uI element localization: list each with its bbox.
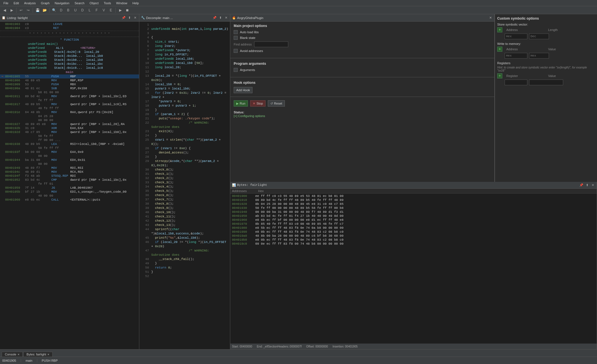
toolbar-forward[interactable]: ▶ bbox=[8, 7, 15, 13]
avoid-checkbox[interactable] bbox=[234, 49, 238, 53]
toolbar-u[interactable]: U bbox=[72, 7, 79, 13]
bytes: f3 48 ab bbox=[25, 174, 51, 178]
find-address-row: Find address bbox=[234, 41, 491, 47]
code-line: 41 check_11(); bbox=[141, 215, 228, 219]
toolbar-open[interactable]: 📂 bbox=[41, 7, 48, 13]
bytes-hex: ab 83 bd 4c fe ff 01 f4 27 1b 40 40 00 4… bbox=[255, 214, 595, 218]
status-value: [+] Configuring options bbox=[234, 114, 265, 118]
arguments-row: Arguments bbox=[234, 68, 491, 72]
toolbar-e[interactable]: E bbox=[107, 7, 114, 13]
bytes-close[interactable]: ✕ bbox=[590, 183, 595, 187]
register-value-input[interactable] bbox=[529, 80, 563, 85]
write-value-input[interactable] bbox=[529, 53, 549, 59]
operand: RSI=>local_1b0,[RBP + -0x1a8] bbox=[68, 142, 125, 146]
toolbar-search[interactable]: 🔍 bbox=[51, 7, 57, 13]
menu-help[interactable]: Help bbox=[130, 1, 141, 5]
registers-hint: Hint: to create and store symbolic vecto… bbox=[497, 66, 595, 72]
divider-1 bbox=[230, 58, 494, 58]
bytes: 48 89 e5 bbox=[25, 79, 51, 82]
write-memory-section: Write to memory: + Address Value bbox=[497, 42, 595, 59]
listing-scroll[interactable]: 00401903 c9 LEAVE 00401904 c3 RET bbox=[0, 22, 139, 349]
decompile-close[interactable]: ✕ bbox=[224, 16, 228, 20]
listing-close[interactable]: ✕ bbox=[133, 16, 137, 20]
menu-graph[interactable]: Graph bbox=[39, 1, 52, 5]
find-address-input[interactable] bbox=[254, 41, 288, 47]
toolbar-b[interactable]: B bbox=[65, 7, 72, 13]
menu-analysis[interactable]: Analysis bbox=[22, 1, 38, 5]
toolbar-undo[interactable]: ↩ bbox=[18, 7, 24, 13]
symbolic-address-input[interactable] bbox=[505, 34, 527, 39]
decompile-pin[interactable]: 📌 bbox=[212, 16, 217, 20]
bytes-tab[interactable]: Bytes: fairlight ✕ bbox=[23, 352, 53, 357]
code-text: } bbox=[151, 261, 157, 266]
decompile-export[interactable]: ⬆ bbox=[218, 16, 223, 20]
code-line: 1 bbox=[141, 23, 228, 27]
console-tab-close[interactable]: ✕ bbox=[17, 353, 20, 356]
run-button[interactable]: ▶ Run bbox=[234, 100, 248, 107]
toolbar-run[interactable]: ▶ bbox=[117, 7, 124, 13]
code-text: strncpy(&code,*(char **)(param_2 + 8),0x… bbox=[151, 159, 228, 168]
blank-state-checkbox[interactable] bbox=[234, 36, 238, 40]
angry-close[interactable]: ✕ bbox=[488, 16, 493, 20]
status-func: main bbox=[26, 359, 37, 362]
code-line: 47 /* WARNING: Subroutine does bbox=[141, 249, 228, 257]
listing-export[interactable]: ⬆ bbox=[127, 16, 132, 20]
menu-navigation[interactable]: Navigation bbox=[52, 1, 72, 5]
register-name-input[interactable] bbox=[505, 80, 527, 85]
toolbar-f[interactable]: F bbox=[93, 7, 100, 13]
table-row: 004019208b 04 25 28 00 00 00 48 89 45 e8… bbox=[232, 202, 595, 206]
bytes-export[interactable]: ⬆ bbox=[585, 183, 589, 187]
table-row: 04 25 28 bbox=[0, 114, 139, 118]
code-line: 52 bbox=[141, 274, 228, 278]
var-row: undefined AL:1 <RETURN> bbox=[5, 46, 96, 50]
store-symbolic-add-btn[interactable]: + bbox=[497, 27, 502, 32]
code-line: 15 puVar3 = local_1b0; bbox=[141, 87, 228, 91]
bytes-pin[interactable]: 📌 bbox=[579, 183, 584, 187]
menu-search[interactable]: Search bbox=[72, 1, 87, 5]
bytes-tab-close[interactable]: ✕ bbox=[47, 353, 49, 356]
registers-section: Registers Hint: to create and store symb… bbox=[497, 61, 595, 85]
menu-window[interactable]: Window bbox=[114, 1, 130, 5]
symbolic-length-dec-input[interactable] bbox=[529, 34, 549, 39]
name: local_1b8 bbox=[86, 58, 103, 62]
toolbar-back[interactable]: ◀ bbox=[1, 7, 8, 13]
stop-button[interactable]: ✕ Stop bbox=[250, 100, 266, 107]
add-hook-button[interactable]: Add Hook bbox=[234, 87, 252, 93]
decompile-scroll[interactable]: 1 2undefined8 main(int param_1,long para… bbox=[139, 22, 230, 349]
bytes-hex: 00 00 00 ba 31 00 00 00 48 89 f7 48 89 d… bbox=[255, 210, 595, 214]
menu-tools[interactable]: Tools bbox=[101, 1, 113, 5]
hex-col-header: Hex bbox=[258, 189, 264, 193]
write-address-input[interactable] bbox=[505, 53, 527, 59]
console-tab[interactable]: Console ✕ bbox=[2, 352, 23, 357]
bytes-scroll[interactable]: 00401900ee ff ff c9 c3 55 48 89 e5 53 48… bbox=[230, 194, 597, 344]
code-line: 49 } bbox=[141, 261, 228, 266]
code-line: 40 check_10(); bbox=[141, 210, 228, 215]
toolbar-disasm[interactable]: D bbox=[58, 7, 65, 13]
bytes-hex: 50 fe ff 00 00 00 00 48 89 b5 58 fe ff f… bbox=[255, 206, 595, 210]
menu-edit[interactable]: Edit bbox=[11, 1, 21, 5]
toolbar-l[interactable]: L bbox=[86, 7, 93, 13]
bytes: ba 31 00 bbox=[25, 158, 51, 162]
toolbar-d2[interactable]: D bbox=[79, 7, 86, 13]
menu-file[interactable]: File bbox=[1, 1, 11, 5]
mnemonic: MOV bbox=[51, 170, 68, 174]
menu-object[interactable]: Object bbox=[87, 1, 101, 5]
code-line: 25 sVar1 = strlen(*(char **)(param_2 + 8… bbox=[141, 138, 228, 146]
registers-add-btn[interactable]: + bbox=[497, 73, 502, 78]
table-row: undefined8 Stack[-0x20]:8 local_20 bbox=[0, 50, 139, 54]
code-text: local_20 = *(long *)(in_FS_OFFSET + 0x28… bbox=[151, 74, 228, 82]
listing-pin[interactable]: 📌 bbox=[121, 16, 126, 20]
auto-load-checkbox[interactable] bbox=[234, 30, 238, 34]
reset-button[interactable]: ↺ Reset bbox=[268, 100, 285, 107]
operand: EAX,0x0 bbox=[68, 150, 83, 154]
toolbar-save[interactable]: 💾 bbox=[34, 7, 41, 13]
write-memory-add-btn[interactable]: + bbox=[497, 47, 502, 52]
line-num: 51 bbox=[141, 270, 149, 274]
line-num: 13 bbox=[141, 74, 149, 82]
arguments-checkbox[interactable] bbox=[234, 68, 238, 72]
toolbar-v[interactable]: V bbox=[100, 7, 107, 13]
code-line: 37 check_7(); bbox=[141, 197, 228, 202]
toolbar-redo[interactable]: ↪ bbox=[25, 7, 32, 13]
toolbar-stop2[interactable]: ⏹ bbox=[124, 7, 131, 13]
bytes-footer: Start: 00400000 End: _elfSectionHeaders:… bbox=[230, 344, 597, 349]
